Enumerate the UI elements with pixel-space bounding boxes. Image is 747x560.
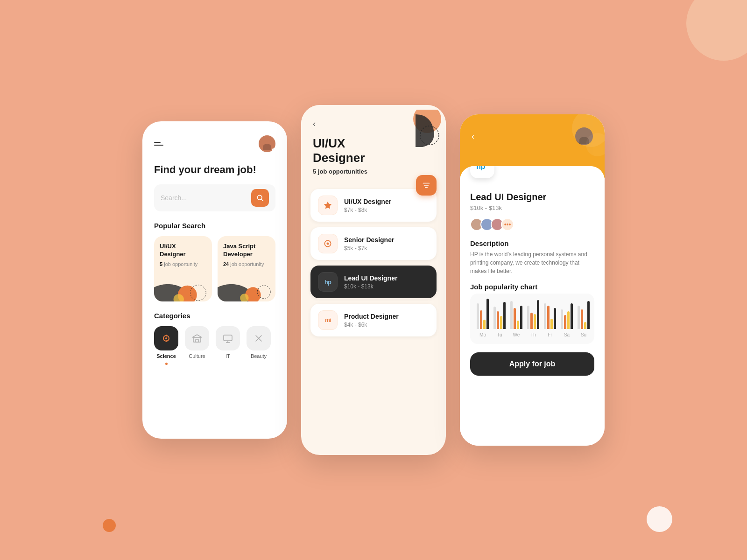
bar-group: [510, 296, 522, 329]
svg-rect-14: [193, 337, 201, 342]
company-logo-hp: hp: [470, 166, 494, 178]
back-button[interactable]: ‹: [472, 132, 474, 141]
filter-button[interactable]: [416, 175, 437, 196]
company-logo-skillshare: [318, 196, 338, 215]
bar-dark: [571, 303, 573, 329]
category-culture[interactable]: Culture: [185, 326, 209, 365]
svg-rect-15: [196, 339, 198, 342]
job-card-lead[interactable]: hp Lead UI Designer $10k - $13k: [310, 266, 437, 298]
chart-day-fr: Fr: [544, 296, 556, 337]
bar-yellow: [517, 321, 519, 329]
phone-2: ‹ UI/UX Designer 5 job opportunities: [301, 105, 446, 455]
search-bar: Search...: [154, 184, 275, 211]
job-count: 5 job opportunities: [313, 168, 434, 175]
job-salary: $4k - $6k: [344, 322, 429, 328]
job-salary: $7k - $8k: [344, 207, 429, 213]
chart-title: Job popularity chart: [470, 283, 594, 291]
bar-dark: [520, 306, 522, 329]
it-label: IT: [226, 353, 230, 359]
menu-icon[interactable]: [154, 142, 163, 146]
popular-card-js[interactable]: Java ScriptDeveloper 24 job opportunity: [218, 236, 275, 301]
notification-dot: [272, 148, 275, 152]
job-card-senior[interactable]: Senior Designer $5k - $7k: [310, 227, 437, 260]
science-icon-box: [154, 326, 178, 350]
search-button[interactable]: [251, 189, 269, 207]
bar-orange: [480, 310, 482, 329]
bar-group: [493, 296, 506, 329]
avatar[interactable]: [259, 135, 275, 152]
description-text: HP is the world's leading personal syste…: [470, 250, 594, 275]
bar-group: [578, 296, 590, 329]
company-logo-mi: mi: [318, 310, 338, 330]
popular-card-uiux[interactable]: UI/UXDesigner 5 job opportunity: [154, 236, 212, 301]
bar-dark: [503, 302, 506, 329]
category-it[interactable]: IT: [216, 326, 240, 365]
page-title: Find your dream job!: [154, 164, 275, 176]
bar-group: [477, 296, 489, 329]
popular-search-label: Popular Search: [154, 222, 275, 230]
phone-2-header: ‹ UI/UX Designer 5 job opportunities: [301, 105, 446, 184]
active-dot: [165, 363, 168, 365]
svg-rect-16: [224, 335, 232, 341]
chart-day-tu: Tu: [493, 296, 506, 337]
svg-line-1: [261, 200, 263, 201]
bar-yellow: [567, 311, 570, 329]
bar-gray: [578, 306, 580, 329]
day-label: Fr: [548, 332, 552, 337]
chart-day-we: We: [510, 296, 522, 337]
job-salary: $10k - $13k: [344, 283, 429, 290]
job-detail-salary: $10k - $13k: [470, 204, 594, 211]
popular-search-cards: UI/UXDesigner 5 job opportunity Java Scr…: [154, 236, 275, 301]
chart-day-su: Su: [578, 296, 590, 337]
svg-point-22: [327, 243, 329, 245]
company-logo-hp: hp: [318, 272, 338, 292]
it-icon-box: [216, 326, 240, 350]
day-label: Su: [581, 332, 586, 337]
bar-group: [527, 296, 539, 329]
day-label: Sa: [564, 332, 570, 337]
chart-bars: Mo Tu: [477, 300, 588, 337]
job-card-product[interactable]: mi Product Designer $4k - $6k: [310, 304, 437, 336]
categories-grid: Science Culture: [154, 326, 275, 365]
bar-group: [544, 296, 556, 329]
job-card-info: UI/UX Designer $7k - $8k: [344, 198, 429, 213]
job-card-info: Product Designer $4k - $6k: [344, 313, 429, 328]
job-detail-title: Lead UI Designer: [470, 178, 594, 203]
bar-dark: [587, 301, 590, 329]
bar-orange: [497, 311, 499, 329]
bar-dark: [554, 308, 556, 329]
beauty-label: Beauty: [251, 353, 267, 359]
job-title: Senior Designer: [344, 236, 429, 244]
company-logo-vodafone: [318, 234, 338, 253]
bar-dark: [486, 299, 489, 329]
description-title: Description: [470, 239, 594, 247]
bar-orange: [547, 306, 550, 329]
chart-day-sa: Sa: [561, 296, 573, 337]
culture-label: Culture: [189, 353, 205, 359]
category-beauty[interactable]: Beauty: [247, 326, 271, 365]
bg-deco-circle-top: [686, 0, 747, 61]
bar-gray: [510, 301, 513, 329]
job-list: UI/UX Designer $7k - $8k Senior Designer…: [301, 184, 446, 341]
science-label: Science: [156, 353, 176, 359]
chart-day-mo: Mo: [477, 296, 489, 337]
categories-label: Categories: [154, 312, 275, 320]
job-title: Product Designer: [344, 313, 429, 320]
job-card-uiux[interactable]: UI/UX Designer $7k - $8k: [310, 189, 437, 222]
popular-card-title: UI/UXDesigner: [160, 243, 206, 259]
apply-for-job-button[interactable]: Apply for job: [470, 352, 594, 376]
bar-gray: [527, 306, 529, 329]
bar-orange: [514, 308, 516, 329]
bar-orange: [581, 309, 583, 329]
bar-orange: [564, 315, 566, 329]
bar-orange: [530, 313, 533, 329]
job-salary: $5k - $7k: [344, 245, 429, 252]
bar-yellow: [483, 320, 486, 329]
category-science[interactable]: Science: [154, 326, 178, 365]
bar-group: [561, 296, 573, 329]
chart-container: Mo Tu: [470, 294, 594, 344]
popular-card-count: 5 job opportunity: [160, 261, 206, 267]
phone-1-header: [154, 135, 275, 152]
popular-card-count: 24 job opportunity: [223, 261, 270, 267]
search-input-placeholder[interactable]: Search...: [161, 194, 251, 202]
